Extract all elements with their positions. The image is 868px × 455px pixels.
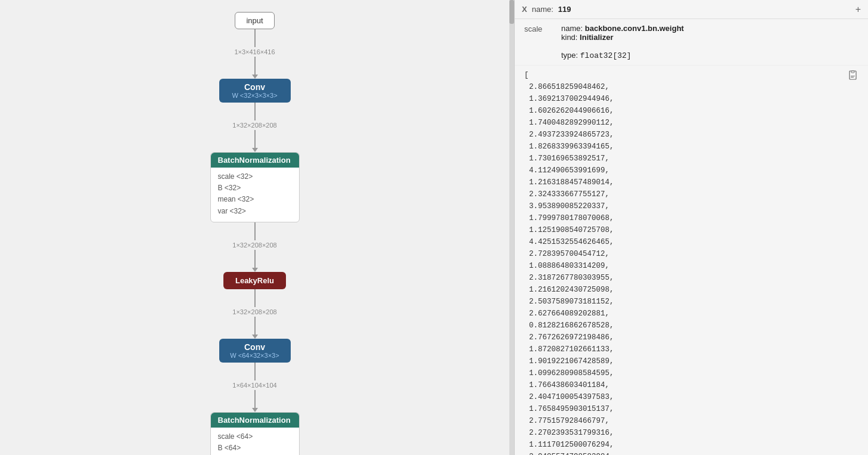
bn2-row-b: B <64> — [218, 442, 292, 454]
connector-arrow — [252, 335, 258, 339]
array-value-31: 2.9405574798583984 — [529, 451, 858, 455]
array-value-25: 1.766438603401184, — [529, 379, 858, 391]
array-value-1: 1.3692137002944946, — [529, 93, 858, 105]
scale-kind-label: kind: — [561, 33, 577, 42]
node-leakyrelu1[interactable]: LeakyRelu — [223, 272, 286, 289]
scale-label: scale — [524, 24, 554, 33]
array-value-28: 2.775157928466797, — [529, 415, 858, 427]
connector-line — [254, 29, 256, 47]
connector-label-3: 1×32×208×208 — [232, 308, 276, 315]
array-value-7: 4.112490653991699, — [529, 165, 858, 177]
connector-line — [254, 222, 256, 240]
scale-type-label: type: — [561, 51, 578, 60]
array-value-22: 1.8720827102661133, — [529, 343, 858, 355]
node-batchnorm2-title: BatchNormalization — [211, 413, 299, 428]
bn1-row-b: B <32> — [218, 182, 292, 194]
scale-content: name: backbone.conv1.bn.weight kind: Ini… — [561, 24, 858, 60]
array-value-0: 2.866518259048462, — [529, 81, 858, 93]
scale-kind-value: Initializer — [580, 33, 613, 42]
bn2-row-scale: scale <64> — [218, 431, 292, 442]
left-scrollbar-thumb[interactable] — [509, 0, 514, 24]
connector-arrow — [252, 75, 258, 79]
node-conv1-title: Conv — [226, 82, 284, 92]
graph-container: input 1×3×416×416 Conv W <32×3×3×3> 1×32… — [0, 0, 509, 455]
array-display: [ 2.866518259048462,1.3692137002944946,1… — [524, 69, 858, 455]
node-conv2[interactable]: Conv W <64×32×3×3> — [219, 339, 291, 363]
connector-line — [254, 250, 256, 268]
node-batchnorm2[interactable]: BatchNormalization scale <64> B <64> mea… — [210, 412, 300, 455]
array-value-6: 1.730169653892517, — [529, 153, 858, 165]
add-button[interactable]: + — [855, 4, 861, 15]
connector-line — [254, 390, 256, 408]
array-value-30: 1.1117012500076294, — [529, 439, 858, 451]
array-value-20: 0.8128216862678528, — [529, 320, 858, 332]
array-value-4: 2.4937233924865723, — [529, 129, 858, 141]
header-name-label: name: — [532, 5, 553, 14]
bn1-row-scale: scale <32> — [218, 171, 292, 182]
array-value-11: 1.7999780178070068, — [529, 212, 858, 224]
array-value-12: 1.1251908540725708, — [529, 224, 858, 236]
connector-2: 1×32×208×208 — [232, 222, 276, 272]
connector-label-2: 1×32×208×208 — [232, 242, 276, 249]
array-value-26: 2.4047100054397583, — [529, 391, 858, 403]
scale-name-label: name: — [561, 24, 583, 33]
array-value-29: 2.2702393531799316, — [529, 427, 858, 439]
array-value-23: 1.9019221067428589, — [529, 355, 858, 367]
array-values: 2.866518259048462,1.3692137002944946,1.6… — [524, 81, 858, 455]
connector-label-0: 1×3×416×416 — [234, 48, 275, 55]
connector-line — [254, 130, 256, 148]
array-value-16: 2.3187267780303955, — [529, 272, 858, 284]
array-value-14: 2.728395700454712, — [529, 248, 858, 260]
bn1-row-var: var <32> — [218, 206, 292, 217]
close-button[interactable]: X — [522, 5, 527, 14]
array-value-5: 1.8268339963394165, — [529, 141, 858, 153]
array-value-15: 1.088864803314209, — [529, 260, 858, 272]
scale-type-value: float32[32] — [580, 51, 631, 60]
array-value-24: 1.0996280908584595, — [529, 367, 858, 379]
connector-4: 1×64×104×104 — [232, 363, 276, 412]
svg-rect-2 — [851, 76, 855, 76]
connector-arrow — [252, 408, 258, 412]
node-conv1-param: W <32×3×3×3> — [226, 92, 284, 99]
node-conv1[interactable]: Conv W <32×3×3×3> — [219, 79, 291, 103]
array-value-8: 1.2163188457489014, — [529, 177, 858, 188]
connector-line — [254, 57, 256, 75]
scale-property-row: scale name: backbone.conv1.bn.weight kin… — [515, 19, 868, 66]
node-batchnorm1[interactable]: BatchNormalization scale <32> B <32> mea… — [210, 152, 300, 222]
array-container: [ 2.866518259048462,1.3692137002944946,1… — [515, 66, 868, 455]
connector-label-1: 1×32×208×208 — [232, 122, 276, 129]
connector-line — [254, 317, 256, 335]
connector-line — [254, 103, 256, 120]
node-batchnorm1-title: BatchNormalization — [211, 153, 299, 168]
array-value-13: 4.4251532554626465, — [529, 236, 858, 248]
copy-button[interactable] — [849, 70, 858, 82]
array-open-bracket: [ — [524, 69, 858, 81]
svg-rect-1 — [851, 71, 854, 73]
graph-panel: input 1×3×416×416 Conv W <32×3×3×3> 1×32… — [0, 0, 509, 455]
array-value-27: 1.7658495903015137, — [529, 403, 858, 415]
node-input[interactable]: input — [235, 12, 274, 29]
array-value-2: 1.6026262044906616, — [529, 105, 858, 117]
detail-panel: X name: 119 + scale name: backbone.conv1… — [514, 0, 868, 455]
connector-arrow — [252, 148, 258, 152]
connector-arrow — [252, 268, 258, 272]
connector-label-4: 1×64×104×104 — [232, 382, 276, 389]
svg-rect-3 — [851, 77, 854, 78]
connector-3: 1×32×208×208 — [232, 289, 276, 339]
array-value-21: 2.7672626972198486, — [529, 332, 858, 343]
array-value-9: 2.324333667755127, — [529, 188, 858, 200]
detail-header: X name: 119 + — [515, 0, 868, 19]
array-value-19: 2.627664089202881, — [529, 308, 858, 320]
array-value-10: 3.953890085220337, — [529, 200, 858, 212]
header-name-value: 119 — [558, 5, 571, 14]
array-value-17: 1.2161202430725098, — [529, 284, 858, 296]
connector-1: 1×32×208×208 — [232, 103, 276, 152]
connector-line — [254, 363, 256, 380]
connector-line — [254, 289, 256, 307]
node-conv2-param: W <64×32×3×3> — [226, 352, 284, 359]
connector-0: 1×3×416×416 — [234, 29, 275, 79]
array-value-18: 2.5037589073181152, — [529, 296, 858, 308]
left-scrollbar[interactable] — [509, 0, 514, 455]
array-value-3: 1.7400482892990112, — [529, 117, 858, 129]
bn1-row-mean: mean <32> — [218, 194, 292, 205]
